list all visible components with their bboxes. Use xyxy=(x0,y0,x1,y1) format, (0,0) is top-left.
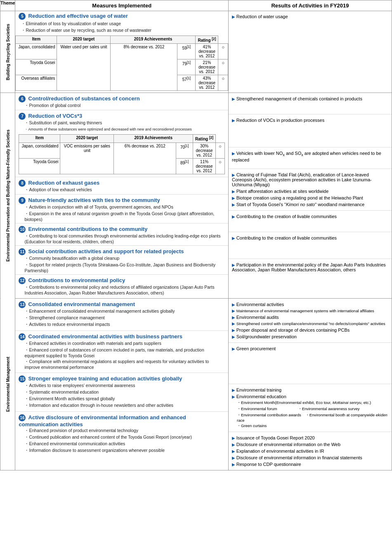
item5-row-japan: Japan, consolidated Water used per sales… xyxy=(16,44,228,59)
item6-number: 6 xyxy=(19,95,26,102)
cell-overseas-value: 57[1] xyxy=(177,75,196,91)
arrow-icon7: ▶ xyxy=(232,118,236,123)
item13-bullet2: Strengthened compliance management xyxy=(19,315,225,321)
result-item9c-text: Biotope creation using a regulating pond… xyxy=(236,195,363,200)
section-env-management: Environmental Management 13 Consolidated… xyxy=(0,298,392,470)
result-item15b: ▶ Environmental education xyxy=(232,393,388,400)
item10-bullet1: Contributing to local communities throug… xyxy=(19,233,225,245)
result13e-text: Proper disposal and storage of devices c… xyxy=(236,328,350,332)
item16-bullet2: Continued publication and enhanced conte… xyxy=(19,434,225,441)
cell-overseas-vs2012: 43% decrease vs. 2012 xyxy=(196,75,218,91)
cell-water-target: 8% decrease vs. 2012 xyxy=(111,44,177,91)
item15-bullet2: Systematic environmental education xyxy=(19,389,225,396)
result-item6: ▶ Strengthened management of chemicals c… xyxy=(232,95,388,102)
result9-block: ▶ Cleaning of Fujimae Tidal Flat (Aichi)… xyxy=(229,169,392,211)
sup7a: [1] xyxy=(185,144,189,148)
result13d-text: Strengthened control with compliance/env… xyxy=(236,321,385,326)
result-item13c: ▶ Environmental audits xyxy=(232,314,388,321)
item15-number: 15 xyxy=(19,375,26,382)
item16-title-text: Active disclosure of environmental infor… xyxy=(19,414,186,428)
result-item8: ▶ Vehicles with lower NOx and SOx are ad… xyxy=(232,150,388,163)
result-item13d: ▶ Strengthened control with compliance/e… xyxy=(232,321,388,327)
result-item16b: ▶ Disclosure of environmental informatio… xyxy=(232,441,388,448)
result12-block: ▶ Participation in the environmental pol… xyxy=(229,259,392,276)
arrow-icon9b: ▶ xyxy=(232,189,236,194)
measures-building: 5 Reduction and effective usage of water… xyxy=(15,11,229,93)
arrow13c: ▶ xyxy=(232,315,236,320)
col-2019achievements: 2019 Achievements xyxy=(111,36,196,44)
item6-title-text: Control/reduction of substances of conce… xyxy=(28,95,140,102)
theme-label-env: Environmental Preservation and Building … xyxy=(0,93,15,298)
arrow15b: ▶ xyxy=(232,394,236,399)
item9-block: 9 Nature-friendly activities with ties t… xyxy=(15,195,228,223)
result-item15a: ▶ Environmental training xyxy=(232,387,388,393)
result-item9a: ▶ Cleaning of Fujimae Tidal Flat (Aichi)… xyxy=(232,171,388,188)
cell-japan-rating: ○ xyxy=(218,44,228,59)
arrow-icon11: ▶ xyxy=(232,236,236,240)
arrow13b: ▶ xyxy=(232,309,236,313)
results-env: ▶ Strengthened management of chemicals c… xyxy=(228,93,392,298)
item5-title: 5 Reduction and effective usage of water xyxy=(15,11,228,21)
result-item10: ▶ Contributing to the creation of livabl… xyxy=(232,213,388,220)
result16d-text: Disclosure of environmental information … xyxy=(236,455,362,460)
cell7-japan-val: 70[1] xyxy=(176,142,193,158)
result-item13e: ▶ Proper disposal and storage of devices… xyxy=(232,327,388,333)
result14-text: Green procurement xyxy=(236,346,276,351)
cell-toyoda-label: Toyoda Gosei xyxy=(16,59,57,75)
result16e-text: Response to CDP questionnaire xyxy=(236,462,301,467)
item10-title-text: Environmental contributions to the commu… xyxy=(28,226,148,232)
arrow16b: ▶ xyxy=(232,442,236,447)
result-item6-text: Strengthened management of chemicals con… xyxy=(236,96,362,101)
item12-block: 12 Contributions to environmental policy… xyxy=(15,275,228,298)
arrow16a: ▶ xyxy=(232,436,236,440)
item9-title-text: Nature-friendly activities with ties to … xyxy=(28,197,160,203)
cell7-toyoda-r: ○ xyxy=(216,158,225,174)
result-item7: ▶ Reduction of VOCs in production proces… xyxy=(232,117,388,124)
item13-title: 13 Consolidated environmental management xyxy=(19,301,225,308)
rating7-sup: [2] xyxy=(209,135,213,140)
item13-title-text: Consolidated environmental management xyxy=(28,301,135,307)
arrow14: ▶ xyxy=(232,347,236,351)
arrow-icon12: ▶ xyxy=(232,263,236,267)
item14-bullet3: Compliance with environmental regulation… xyxy=(19,359,225,370)
result16-block: ▶ Issuance of Toyoda Gosei Report 2020 ▶… xyxy=(229,432,392,470)
item5-bullet1: Elimination of loss by visualization of … xyxy=(15,21,228,27)
result-item16a: ▶ Issuance of Toyoda Gosei Report 2020 xyxy=(232,435,388,441)
result-item9d-text: Start of Toyoda Gosei's "Kimori no sato"… xyxy=(236,202,365,207)
result14-block: ▶ Green procurement xyxy=(229,343,392,384)
cell7-toyoda-vs: 11% decrease vs. 2012 xyxy=(193,158,216,174)
result-item9a-text: Cleaning of Fujimae Tidal Flat (Aichi), … xyxy=(232,172,372,187)
item13-bullet1: Enhancement of consolidated environmenta… xyxy=(19,308,225,315)
item12-title: 12 Contributions to environmental policy xyxy=(19,277,225,284)
result-item11-text: Contributing to the creation of livable … xyxy=(236,235,337,240)
item12-title-text: Contributions to environmental policy xyxy=(28,277,125,283)
item6-block: 6 Control/reduction of substances of con… xyxy=(15,93,228,110)
item14-bullet1: Enhanced activities in coordination with… xyxy=(19,340,225,347)
arrow-icon10: ▶ xyxy=(232,214,236,219)
result15-sub4: ・Green curtains xyxy=(232,423,388,429)
cell7-toyoda-val: 89[1] xyxy=(176,158,193,174)
item15-bullet4: Information and education through in-hou… xyxy=(19,402,225,409)
result13c-text: Environmental audits xyxy=(236,315,279,320)
item11-bullet1: Community beautification with a global c… xyxy=(19,255,225,262)
item14-bullet2: Enhanced control of substances of concer… xyxy=(19,347,225,359)
item10-title: 10 Environmental contributions to the co… xyxy=(19,226,225,233)
result-item5: ▶ Reduction of water usage xyxy=(232,13,388,20)
arrow-icon6: ▶ xyxy=(232,97,236,101)
item8-number: 8 xyxy=(19,180,26,187)
item15-bullet1: Activities to raise employees' environme… xyxy=(19,382,225,389)
result10-block: ▶ Contributing to the creation of livabl… xyxy=(229,211,392,232)
item9-title: 9 Nature-friendly activities with ties t… xyxy=(19,197,225,204)
arrow16c: ▶ xyxy=(232,449,236,454)
item14-title: 14 Coordinated environmental activities … xyxy=(19,333,225,340)
item7-table: Item 2020 target 2019 Achievements Ratin… xyxy=(19,134,225,174)
item14-block: 14 Coordinated environmental activities … xyxy=(15,331,228,373)
header-row: Theme Measures Implemented Results of Ac… xyxy=(0,0,392,11)
results-header: Results of Activities in FY2019 xyxy=(228,0,392,11)
result-item16c: ▶ Explanation of environmental activitie… xyxy=(232,448,388,454)
arrow13e: ▶ xyxy=(232,328,236,332)
arrow-icon8: ▶ xyxy=(232,151,236,156)
item7-row-japan: Japan, consolidated VOC emissions per sa… xyxy=(19,142,225,158)
result15-sub2: ・Environmental forum ・Environmental awar… xyxy=(232,406,388,412)
result15-block: ▶ Environmental training ▶ Environmental… xyxy=(229,384,392,432)
